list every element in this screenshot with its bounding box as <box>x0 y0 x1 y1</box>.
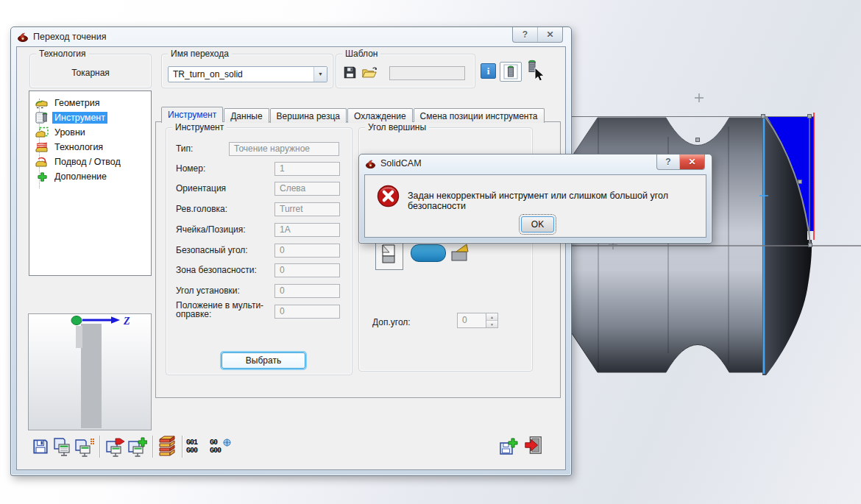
solidcam-error-dialog: SolidCAM ? ✕ Задан некорректный инструме… <box>358 154 712 244</box>
orientation-field[interactable]: Слева <box>274 182 340 196</box>
extra-angle-spinner[interactable]: 0 ▲ ▼ <box>457 313 498 328</box>
save-calculate-list-button[interactable] <box>74 436 94 457</box>
technology-icon <box>35 141 49 154</box>
template-name-field[interactable] <box>389 66 465 80</box>
type-field[interactable]: Точение наружное <box>229 142 339 156</box>
combo-dropdown-icon[interactable]: ▼ <box>313 67 327 82</box>
tool-holder-shape <box>81 324 102 428</box>
close-button[interactable]: ✕ <box>537 27 562 42</box>
calculate-button[interactable] <box>104 436 125 457</box>
template-group-label: Шаблон <box>342 49 380 59</box>
template-open-icon[interactable] <box>361 65 378 82</box>
multiholder-position-field[interactable]: 0 <box>274 305 340 319</box>
solidcam-logo-icon <box>17 31 29 43</box>
station-field[interactable]: 1A <box>274 223 340 237</box>
tab-tool-change-position[interactable]: Смена позиции инструмента <box>414 108 545 123</box>
orientation-label: Ориентация <box>176 183 274 194</box>
technology-group-label: Технология <box>36 49 89 59</box>
error-message: Задан некорректный инструмент или слишко… <box>408 191 706 211</box>
dialog-title: Переход точения <box>33 32 107 42</box>
multiholder-position-label: Положение в мульти-оправке: <box>176 301 274 319</box>
spin-down-icon[interactable]: ▼ <box>486 321 497 327</box>
tab-coolant[interactable]: Охлаждение <box>347 108 413 123</box>
safety-angle-field[interactable]: 0 <box>274 244 340 258</box>
ok-button[interactable]: OK <box>521 216 554 233</box>
sidebar-item-label: Дополнение <box>52 171 109 182</box>
exit-button[interactable] <box>523 435 544 455</box>
approach-retract-icon <box>35 155 49 168</box>
turning-operation-dialog: Переход точения ? ✕ Технология Токарная … <box>10 26 572 476</box>
template-group: Шаблон <box>336 54 475 88</box>
sidebar-item-technology[interactable]: Технология <box>29 140 151 155</box>
orientation-option-right-button[interactable] <box>447 239 472 269</box>
tool-group-label: Инструмент <box>172 122 227 132</box>
select-tool-button[interactable]: Выбрать <box>222 352 305 369</box>
turret-field[interactable]: Turret <box>274 202 340 216</box>
sidebar-item-label: Инструмент <box>52 112 107 124</box>
sidebar-item-label: Геометрия <box>52 97 102 109</box>
template-save-icon[interactable] <box>343 65 357 82</box>
operation-name-group-label: Имя перехода <box>168 49 232 59</box>
error-icon <box>377 185 400 210</box>
geometry-icon <box>35 96 49 110</box>
save-button[interactable] <box>30 436 51 457</box>
vertex-angle-group-label: Угол вершины <box>365 122 429 132</box>
number-label: Номер: <box>176 163 274 174</box>
orientation-option-left-button[interactable] <box>375 239 403 270</box>
gcode-button[interactable]: G01 G00 <box>186 439 197 455</box>
sidebar-item-label: Уровни <box>52 127 88 138</box>
setup-angle-label: Угол установки: <box>176 285 274 296</box>
tool-icon <box>35 111 49 124</box>
save-calculate-button[interactable] <box>52 436 73 457</box>
operation-name-group: Имя перехода TR_turn_on_solid ▼ <box>161 54 333 88</box>
error-help-button[interactable]: ? <box>657 155 679 169</box>
safety-angle-label: Безопасный угол: <box>176 245 274 255</box>
globe-icon <box>223 436 231 450</box>
tab-strip: Инструмент Данные Вершина резца Охлажден… <box>161 107 545 123</box>
technology-group: Технология Токарная <box>29 54 152 88</box>
select-tool-cursor-icon[interactable] <box>525 59 547 87</box>
simulate-button[interactable] <box>157 436 177 456</box>
calculate-add-button[interactable] <box>127 436 147 457</box>
safety-zone-label: Зона безопасности: <box>176 265 274 275</box>
safety-zone-field[interactable]: 0 <box>274 263 340 277</box>
help-button[interactable]: ? <box>513 27 537 42</box>
sidebar-item-label: Подвод / Отвод <box>52 156 123 168</box>
sidebar-item-label: Технология <box>52 141 105 153</box>
error-dialog-title: SolidCAM <box>380 158 422 168</box>
orientation-option-selected-insert[interactable] <box>411 244 446 262</box>
gcode-generate-button[interactable]: G0 G00 <box>210 439 221 455</box>
turret-label: Рев.головка: <box>176 204 274 214</box>
sidebar-item-geometry[interactable]: Геометрия <box>29 96 151 110</box>
mouse-cursor <box>535 68 544 81</box>
extra-angle-label: Доп.угол: <box>372 317 411 327</box>
tab-tool[interactable]: Инструмент <box>161 107 223 123</box>
operation-name-value: TR_turn_on_solid <box>173 69 243 79</box>
sidebar-item-misc[interactable]: Дополнение <box>29 169 151 184</box>
add-icon <box>35 170 49 183</box>
dialog-client-area: Технология Токарная Имя перехода TR_turn… <box>16 46 566 470</box>
technology-value: Токарная <box>30 68 151 78</box>
error-close-button[interactable]: ✕ <box>679 155 704 169</box>
tab-cutter-tip[interactable]: Вершина резца <box>270 108 347 123</box>
show-tool-button[interactable] <box>500 62 522 82</box>
setup-angle-field[interactable]: 0 <box>274 284 340 298</box>
sidebar-item-tool[interactable]: Инструмент <box>29 110 151 125</box>
solidcam-logo-icon <box>365 158 376 169</box>
tool-preview-pane[interactable]: Z <box>28 313 152 430</box>
info-button[interactable]: i <box>481 63 496 79</box>
number-field[interactable]: 1 <box>274 162 340 176</box>
tab-data[interactable]: Данные <box>224 108 269 123</box>
origin-marker <box>71 316 82 325</box>
error-dialog-client: Задан некорректный инструмент или слишко… <box>364 174 706 238</box>
sidebar-item-approach-retract[interactable]: Подвод / Отвод <box>29 155 151 169</box>
station-label: Ячейка/Позиция: <box>176 224 274 235</box>
dialog-titlebar[interactable]: Переход точения <box>11 27 571 46</box>
save-exit-button[interactable] <box>498 436 519 457</box>
extra-angle-value: 0 <box>462 315 467 325</box>
levels-icon <box>35 126 49 139</box>
spin-up-icon[interactable]: ▲ <box>486 313 497 321</box>
z-axis-label: Z <box>123 316 130 327</box>
sidebar-item-levels[interactable]: Уровни <box>29 125 151 140</box>
operation-name-combobox[interactable]: TR_turn_on_solid ▼ <box>168 66 327 82</box>
